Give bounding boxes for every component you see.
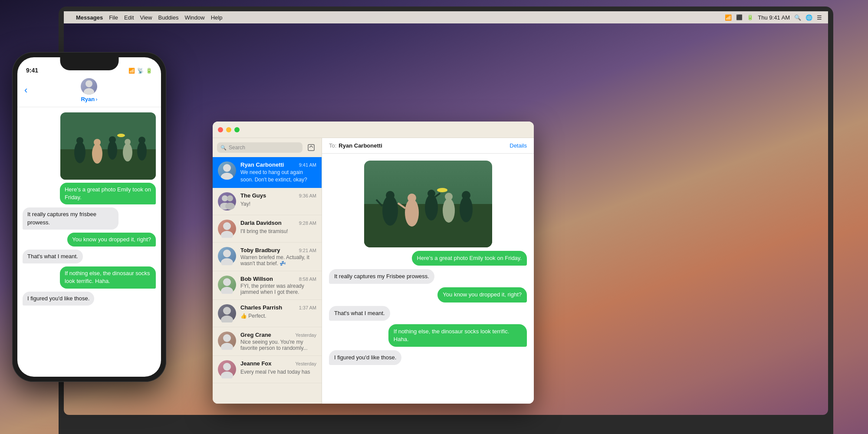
conversation-list: Ryan Carbonetti 9:41 AM We need to hang … [213,157,322,404]
avatar-greg [218,332,236,350]
svg-point-49 [117,134,125,137]
svg-point-3 [222,195,228,201]
minimize-button[interactable] [226,127,231,132]
menubar-edit[interactable]: Edit [124,14,134,21]
conv-preview-toby: Warren briefed me. Actually, it wasn't t… [240,254,316,266]
iphone-bubble-in-2: That's what I meant. [23,250,83,263]
conv-time-toby: 9:21 AM [299,248,316,253]
menubar-window[interactable]: Window [184,14,204,21]
battery-icon: 🔋 [747,14,753,20]
messages-window: 🔍 Search [213,122,534,404]
menubar-left: Messages File Edit View Buddies Window H… [70,14,725,21]
menubar-time: Thu 9:41 AM [758,14,790,21]
details-button[interactable]: Details [510,142,527,149]
conversation-item-ryan[interactable]: Ryan Carbonetti 9:41 AM We need to hang … [213,157,322,188]
svg-point-16 [221,343,233,350]
conv-content-darla: Darla Davidson 9:28 AM I'll bring the ti… [240,220,316,235]
svg-point-47 [137,141,147,161]
menubar-view[interactable]: View [140,14,152,21]
conv-time-charles: 1:37 AM [299,305,316,310]
svg-point-2 [221,173,233,180]
conversation-item-jeanne[interactable]: Jeanne Fox Yesterday Every meal I've had… [213,356,322,383]
svg-point-14 [221,316,233,322]
iphone-messages-area: Here's a great photo Emily took on Frida… [17,107,161,377]
app-name[interactable]: Messages [76,14,103,21]
iphone-contact-name-row: Ryan › [81,96,97,102]
iphone-screen: 9:41 📶 📡 🔋 ‹ Ryan › [17,57,161,377]
conv-name-toby: Toby Bradbury [240,247,280,253]
message-bubble-3: You know you dropped it, right? [437,287,527,302]
search-menubar-icon[interactable]: 🔍 [794,14,801,21]
iphone-bubble-in-3: I figured you'd like those. [23,292,94,306]
svg-point-34 [437,188,447,192]
menubar-buddies[interactable]: Buddies [158,14,178,21]
avatar-jeanne [218,360,236,378]
avatar-darla [218,220,236,238]
iphone-photo-frisbee [60,112,156,180]
conv-content-guys: The Guys 9:36 AM Yay! [240,192,316,207]
conv-time-guys: 9:36 AM [299,193,316,198]
iphone-chevron-icon: › [95,96,97,102]
svg-point-22 [386,191,395,200]
message-bubble-5: If nothing else, the dinosaur socks look… [388,324,527,347]
iphone-bubble-in-1: It really captures my frisbee prowess. [23,207,118,229]
message-photo [364,161,492,247]
svg-point-32 [460,196,473,222]
search-input-label: Search [229,145,245,151]
menubar-help[interactable]: Help [211,14,223,21]
maximize-button[interactable] [234,127,240,132]
traffic-lights [218,127,240,132]
message-bubble-4: That's what I meant. [329,306,390,321]
conv-name-darla: Darla Davidson [240,220,282,226]
window-titlebar [213,122,534,138]
svg-point-44 [109,136,116,143]
close-button[interactable] [218,127,223,132]
notification-center-icon[interactable]: ☰ [817,14,822,21]
search-icon: 🔍 [220,145,227,151]
chat-messages-area: Here's a great photo Emily took on Frida… [322,154,534,404]
iphone-nav-bar: ‹ Ryan › [17,76,161,107]
conv-name-greg: Greg Crane [240,332,271,338]
svg-point-10 [221,258,233,265]
iphone-status-icons: 📶 📡 🔋 [128,68,152,74]
conversation-item-darla[interactable]: Darla Davidson 9:28 AM I'll bring the ti… [213,215,322,243]
svg-point-9 [223,250,231,257]
chat-to-field: To: Ryan Carbonetti [329,142,382,149]
svg-point-7 [223,222,231,230]
iphone-wifi-icon: 📡 [137,68,144,74]
svg-point-21 [382,195,398,226]
iphone-battery-icon: 🔋 [146,68,152,74]
conversation-item-greg[interactable]: Greg Crane Yesterday Nice seeing you. Yo… [213,327,322,356]
svg-point-11 [223,278,231,286]
iphone-contact-header: Ryan › [81,78,97,102]
svg-point-42 [94,139,101,146]
svg-point-30 [443,198,455,223]
to-contact-name: Ryan Carbonetti [339,142,382,149]
svg-point-43 [108,141,117,160]
siri-icon[interactable]: 🌐 [806,14,812,21]
avatar-toby [218,247,236,265]
conversation-item-charles[interactable]: Charles Parrish 1:37 AM 👍 Perfect. [213,300,322,327]
conversation-item-guys[interactable]: The Guys 9:36 AM Yay! [213,188,322,215]
compose-button[interactable] [305,141,317,154]
iphone-photo-message [60,112,156,180]
search-bar[interactable]: 🔍 Search [217,142,302,153]
iphone-back-button[interactable]: ‹ [24,85,27,96]
conversation-item-bob[interactable]: Bob Willson 8:58 AM FYI, the printer was… [213,271,322,300]
conversation-item-toby[interactable]: Toby Bradbury 9:21 AM Warren briefed me.… [213,243,322,271]
conv-content-greg: Greg Crane Yesterday Nice seeing you. Yo… [240,332,316,351]
conv-preview-charles: 👍 Perfect. [240,313,266,319]
sidebar-search-area: 🔍 Search [213,138,322,157]
svg-point-15 [223,334,231,342]
airplay-icon: ⬛ [736,14,743,20]
svg-point-46 [125,139,131,145]
message-bubble-1: Here's a great photo Emily took on Frida… [412,251,527,266]
svg-point-5 [227,195,233,201]
menubar-file[interactable]: File [109,14,118,21]
conv-time-ryan: 9:41 AM [299,162,316,168]
message-bubble-2: It really captures my Frisbee prowess. [329,269,434,284]
svg-point-6 [225,203,235,210]
avatar-ryan [218,161,236,180]
svg-point-41 [92,144,102,164]
conv-preview-guys: Yay! [240,201,250,207]
